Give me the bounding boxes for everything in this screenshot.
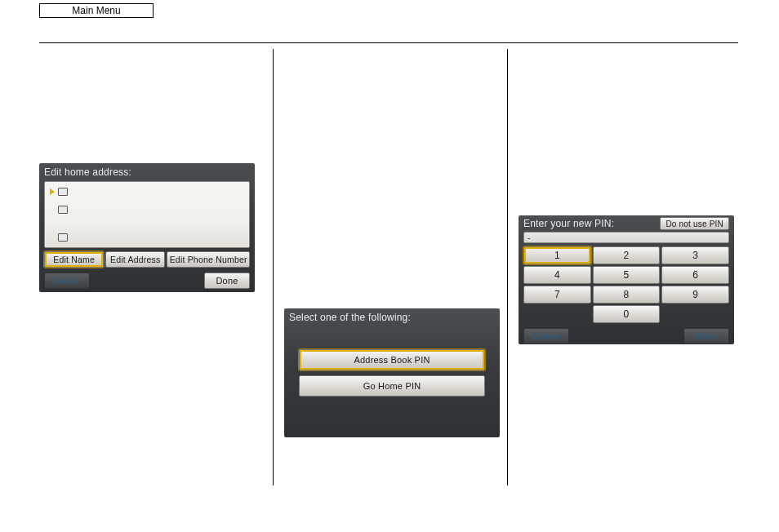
- key-3[interactable]: 3: [661, 246, 729, 264]
- edit-phone-button[interactable]: Edit Phone Number: [167, 251, 250, 268]
- key-6[interactable]: 6: [661, 266, 729, 284]
- done-button[interactable]: Done: [204, 273, 250, 289]
- divider: [39, 42, 738, 43]
- list-row-1[interactable]: [50, 184, 68, 200]
- edit-buttons-row: Edit Name Edit Address Edit Phone Number: [44, 251, 250, 268]
- pin-keypad: 1 2 3 4 5 6 7 8 9 0: [523, 246, 729, 323]
- key-8[interactable]: 8: [593, 286, 661, 304]
- column-2: Select one of the following: Address Boo…: [274, 49, 507, 485]
- screen3-title: Enter your new PIN:: [523, 218, 614, 229]
- enter-pin-screen: Enter your new PIN: Do not use PIN - 1 2…: [519, 215, 734, 344]
- pin-delete-button[interactable]: Delete: [523, 328, 569, 344]
- key-7[interactable]: 7: [523, 286, 591, 304]
- screen3-header: Enter your new PIN: Do not use PIN: [519, 215, 734, 230]
- key-0[interactable]: 0: [593, 305, 661, 323]
- screen1-bottom-row: Delete Done: [44, 273, 250, 289]
- column-3: Enter your new PIN: Do not use PIN - 1 2…: [508, 49, 741, 485]
- list-row-2[interactable]: [50, 202, 68, 218]
- address-list-area: [44, 181, 250, 248]
- screen2-title: Select one of the following:: [284, 308, 500, 325]
- pin-done-button[interactable]: Done: [683, 328, 729, 344]
- key-1[interactable]: 1: [523, 246, 591, 264]
- edit-home-address-screen: Edit home address: Edit Name Edit Addres…: [39, 163, 255, 292]
- main-menu-button[interactable]: Main Menu: [39, 3, 154, 18]
- address-book-pin-button[interactable]: Address Book PIN: [299, 349, 485, 370]
- phone-icon: [58, 233, 68, 242]
- screen3-bottom-row: Delete Done: [523, 328, 729, 344]
- do-not-use-pin-button[interactable]: Do not use PIN: [660, 217, 729, 230]
- key-9[interactable]: 9: [661, 286, 729, 304]
- column-1: Edit home address: Edit Name Edit Addres…: [39, 49, 273, 485]
- go-home-pin-button[interactable]: Go Home PIN: [299, 375, 485, 397]
- pin-input-field[interactable]: -: [523, 232, 729, 243]
- key-5[interactable]: 5: [593, 266, 661, 284]
- list-row-3[interactable]: [50, 229, 68, 246]
- key-4[interactable]: 4: [523, 266, 591, 284]
- key-2[interactable]: 2: [593, 246, 661, 264]
- select-pin-type-screen: Select one of the following: Address Boo…: [284, 308, 500, 437]
- columns-container: Edit home address: Edit Name Edit Addres…: [39, 49, 741, 485]
- delete-button[interactable]: Delete: [44, 273, 90, 289]
- edit-name-button[interactable]: Edit Name: [44, 251, 104, 268]
- pin-options-stack: Address Book PIN Go Home PIN: [299, 349, 485, 397]
- screen1-title: Edit home address:: [39, 163, 255, 180]
- cursor-arrow-icon: [50, 188, 55, 195]
- entry-icon: [58, 188, 68, 196]
- edit-address-button[interactable]: Edit Address: [105, 251, 165, 268]
- home-icon: [58, 206, 68, 214]
